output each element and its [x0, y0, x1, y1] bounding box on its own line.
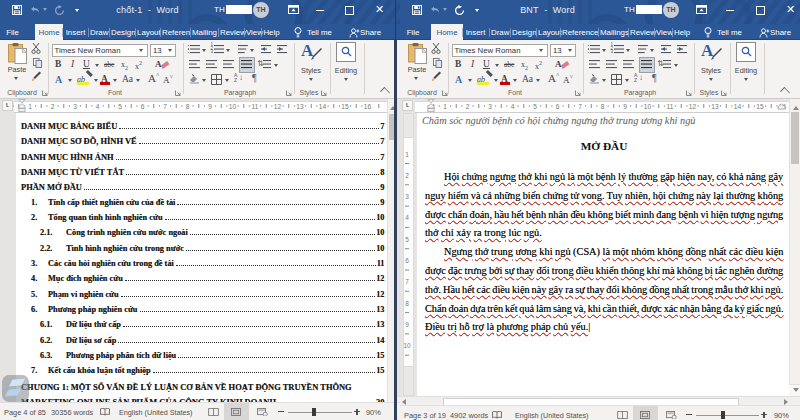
svg-text:3: 3	[73, 103, 77, 110]
svg-text:8: 8	[405, 300, 409, 307]
svg-text:9: 9	[623, 103, 627, 110]
svg-text:14: 14	[734, 103, 742, 110]
svg-text:4: 4	[405, 214, 409, 221]
svg-text:14: 14	[319, 103, 327, 110]
svg-text:15: 15	[341, 103, 349, 110]
svg-text:13: 13	[711, 103, 719, 110]
svg-text:4: 4	[511, 103, 515, 110]
svg-text:6: 6	[556, 103, 560, 110]
svg-text:11: 11	[667, 103, 674, 110]
svg-text:9: 9	[405, 321, 409, 328]
svg-text:1: 1	[443, 103, 447, 110]
svg-text:2: 2	[466, 103, 470, 110]
svg-text:2: 2	[405, 172, 409, 179]
svg-text:15: 15	[756, 103, 764, 110]
svg-text:12: 12	[689, 103, 697, 110]
svg-text:13: 13	[296, 103, 304, 110]
svg-text:5: 5	[533, 103, 537, 110]
svg-text:3: 3	[405, 193, 409, 200]
svg-text:3: 3	[488, 103, 492, 110]
svg-text:7: 7	[405, 278, 409, 285]
svg-text:4: 4	[96, 103, 100, 110]
svg-text:10: 10	[229, 103, 237, 110]
svg-text:2: 2	[51, 103, 55, 110]
svg-text:1: 1	[28, 103, 32, 110]
svg-text:7: 7	[578, 103, 582, 110]
svg-text:6: 6	[141, 103, 145, 110]
svg-text:5: 5	[405, 236, 409, 243]
svg-text:16: 16	[364, 103, 372, 110]
svg-text:1: 1	[405, 151, 409, 158]
svg-text:10: 10	[403, 342, 411, 349]
svg-text:8: 8	[186, 103, 190, 110]
svg-text:12: 12	[274, 103, 282, 110]
svg-text:8: 8	[601, 103, 605, 110]
svg-text:7: 7	[163, 103, 167, 110]
svg-text:6: 6	[405, 257, 409, 264]
svg-text:9: 9	[208, 103, 212, 110]
svg-text:5: 5	[118, 103, 122, 110]
svg-text:11: 11	[252, 103, 259, 110]
svg-text:10: 10	[644, 103, 652, 110]
